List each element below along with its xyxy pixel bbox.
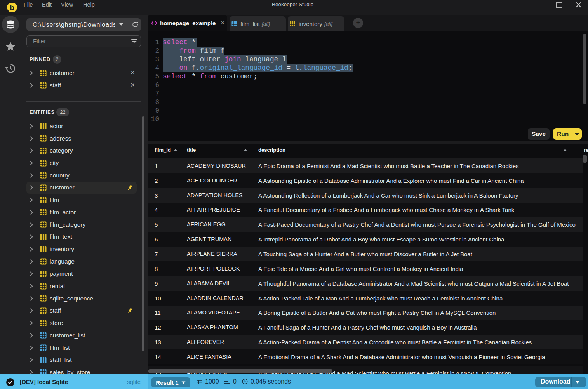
svg-text:b: b	[10, 3, 14, 12]
